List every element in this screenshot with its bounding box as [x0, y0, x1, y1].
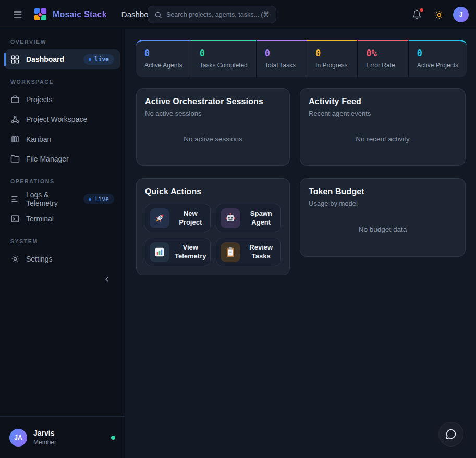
hamburger-icon: [13, 9, 23, 20]
sidebar-item-label: Kanban: [26, 135, 51, 143]
kanban-columns-icon: [10, 134, 20, 144]
stats-row: 0 Active Agents 0 Tasks Completed 0 Tota…: [136, 40, 467, 77]
stat-label: Active Agents: [144, 61, 182, 69]
sidebar-user-footer[interactable]: JA Jarvis Member: [0, 416, 125, 458]
live-dot-icon: [89, 198, 91, 201]
stat-value: 0: [315, 47, 349, 59]
live-dot-icon: [89, 58, 91, 61]
sidebar-item-file-manager[interactable]: File Manager: [4, 149, 120, 169]
sidebar-collapse-button[interactable]: [101, 273, 113, 286]
stat-value: 0: [265, 47, 298, 59]
search-input[interactable]: [166, 11, 270, 18]
stat-label: Error Rate: [366, 61, 399, 69]
search-icon: [154, 11, 162, 19]
stat-active-agents: 0 Active Agents: [136, 40, 191, 77]
user-avatar[interactable]: J: [453, 7, 469, 22]
sidebar-section-overview: OVERVIEW: [10, 39, 114, 45]
sidebar-item-settings[interactable]: Settings: [4, 249, 120, 269]
new-project-button[interactable]: New Project: [145, 204, 211, 232]
card-subtitle: Recent agent events: [309, 109, 457, 117]
logs-list-icon: [10, 194, 20, 204]
stat-label: Active Projects: [417, 61, 458, 69]
sidebar-item-project-workspace[interactable]: Project Workspace: [4, 109, 120, 129]
live-badge-label: live: [94, 56, 109, 63]
sun-icon: [434, 10, 444, 20]
sidebar-section-workspace: WORKSPACE: [10, 79, 114, 85]
sidebar-item-label: File Manager: [26, 155, 69, 163]
stat-value: 0: [417, 47, 458, 59]
sidebar-item-kanban[interactable]: Kanban: [4, 129, 120, 149]
stat-label: Tasks Completed: [200, 61, 248, 69]
user-name: Jarvis: [33, 429, 56, 437]
gear-icon: [10, 254, 20, 264]
chat-bubble-icon: [445, 428, 457, 440]
clipboard-icon: [221, 242, 240, 262]
cards-grid: Active Orchestrator Sessions No active s…: [136, 88, 467, 275]
briefcase-icon: [10, 95, 20, 104]
activity-empty-state: No recent activity: [356, 129, 410, 146]
user-footer-avatar: JA: [9, 429, 27, 447]
view-telemetry-button[interactable]: View Telemetry: [145, 238, 211, 266]
stat-error-rate: 0% Error Rate: [357, 40, 408, 77]
card-title: Quick Actions: [145, 187, 281, 196]
quick-actions-card: Quick Actions: [136, 178, 290, 275]
sidebar-item-logs-telemetry[interactable]: Logs & Telemetry live: [4, 189, 120, 209]
sidebar-item-label: Dashboard: [26, 55, 64, 64]
quick-action-label: New Project: [175, 209, 206, 227]
review-tasks-button[interactable]: Review Tasks: [216, 238, 281, 266]
budget-empty-state: No budget data: [359, 219, 407, 237]
theme-toggle-button[interactable]: [431, 6, 448, 23]
stat-in-progress: 0 In Progress: [307, 40, 357, 77]
stat-label: In Progress: [315, 61, 349, 69]
notifications-button[interactable]: [408, 6, 425, 23]
robot-icon: [221, 208, 240, 228]
card-subtitle: No active sessions: [145, 109, 281, 117]
network-nodes-icon: [10, 115, 20, 124]
chat-assistant-button[interactable]: [438, 422, 463, 447]
menu-toggle-button[interactable]: [8, 5, 27, 24]
quick-action-label: Review Tasks: [246, 243, 276, 261]
live-badge-label: live: [94, 195, 109, 203]
stat-value: 0: [144, 47, 182, 59]
rocket-icon: [150, 208, 169, 228]
grid-icon: [10, 55, 20, 64]
sessions-empty-state: No active sessions: [184, 129, 242, 146]
brand-title: Mosaic Stack: [53, 10, 107, 19]
main-content: 0 Active Agents 0 Tasks Completed 0 Tota…: [125, 29, 476, 458]
sidebar-item-dashboard[interactable]: Dashboard live: [4, 49, 120, 69]
quick-actions-grid: New Project: [145, 204, 281, 266]
stat-value: 0: [200, 47, 248, 59]
user-role: Member: [33, 439, 56, 446]
sidebar-item-label: Project Workspace: [26, 115, 87, 123]
stat-tasks-completed: 0 Tasks Completed: [191, 40, 256, 77]
footer-avatar-initials: JA: [14, 434, 22, 441]
quick-action-label: View Telemetry: [175, 243, 206, 261]
terminal-icon: [10, 214, 20, 224]
online-status-dot: [111, 436, 115, 440]
stat-label: Total Tasks: [265, 61, 298, 69]
stat-total-tasks: 0 Total Tasks: [256, 40, 307, 77]
sidebar-section-operations: OPERATIONS: [10, 178, 114, 184]
sidebar-item-label: Projects: [26, 95, 53, 104]
top-header: Mosaic Stack Dashboard J: [0, 0, 476, 29]
live-badge: live: [83, 54, 114, 65]
sidebar-item-terminal[interactable]: Terminal: [4, 209, 120, 229]
card-title: Token Budget: [309, 187, 457, 196]
card-title: Activity Feed: [309, 97, 457, 106]
folder-icon: [10, 154, 20, 164]
live-badge: live: [83, 194, 114, 204]
bar-chart-icon: [150, 242, 169, 262]
sidebar-item-label: Settings: [26, 255, 53, 263]
card-subtitle: Usage by model: [309, 200, 457, 207]
chevron-left-icon: [103, 275, 111, 283]
sidebar-item-projects[interactable]: Projects: [4, 90, 120, 109]
spawn-agent-button[interactable]: Spawn Agent: [216, 204, 281, 232]
sidebar: OVERVIEW Dashboard live WORKSPACE Projec…: [0, 29, 125, 458]
activity-feed-card: Activity Feed Recent agent events No rec…: [300, 88, 466, 166]
quick-action-label: Spawn Agent: [246, 209, 276, 227]
avatar-initial: J: [459, 11, 463, 18]
global-search[interactable]: [148, 6, 276, 23]
token-budget-card: Token Budget Usage by model No budget da…: [300, 178, 466, 257]
stat-active-projects: 0 Active Projects: [408, 40, 467, 77]
notification-alert-dot: [420, 8, 423, 12]
